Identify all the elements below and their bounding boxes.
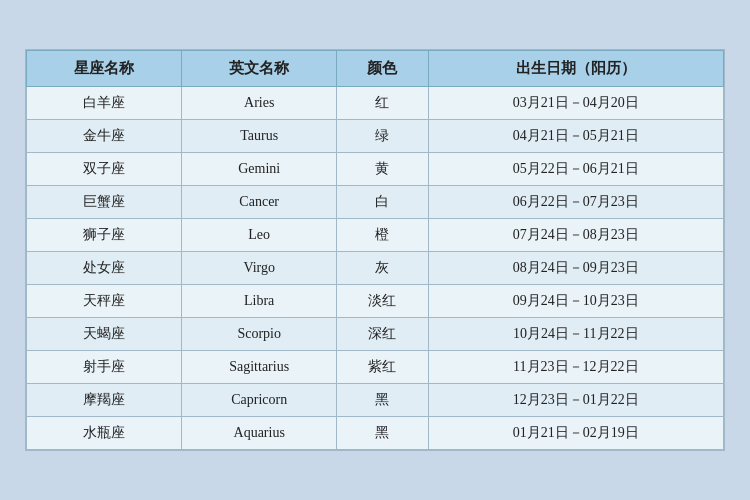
table-cell: 09月24日－10月23日 (428, 285, 723, 318)
table-cell: Taurus (182, 120, 337, 153)
table-row: 狮子座Leo橙07月24日－08月23日 (27, 219, 724, 252)
table-cell: 金牛座 (27, 120, 182, 153)
table-cell: 白羊座 (27, 87, 182, 120)
table-cell: 天秤座 (27, 285, 182, 318)
table-cell: 淡红 (337, 285, 428, 318)
table-header-cell: 出生日期（阳历） (428, 51, 723, 87)
table-cell: 03月21日－04月20日 (428, 87, 723, 120)
table-row: 巨蟹座Cancer白06月22日－07月23日 (27, 186, 724, 219)
table-cell: Gemini (182, 153, 337, 186)
table-cell: 04月21日－05月21日 (428, 120, 723, 153)
table-body: 白羊座Aries红03月21日－04月20日金牛座Taurus绿04月21日－0… (27, 87, 724, 450)
table-cell: Leo (182, 219, 337, 252)
table-cell: 水瓶座 (27, 417, 182, 450)
table-cell: 11月23日－12月22日 (428, 351, 723, 384)
table-cell: 黄 (337, 153, 428, 186)
table-cell: 射手座 (27, 351, 182, 384)
table-header-cell: 星座名称 (27, 51, 182, 87)
table-cell: Aquarius (182, 417, 337, 450)
table-row: 摩羯座Capricorn黑12月23日－01月22日 (27, 384, 724, 417)
table-cell: Virgo (182, 252, 337, 285)
table-cell: 05月22日－06月21日 (428, 153, 723, 186)
table-row: 白羊座Aries红03月21日－04月20日 (27, 87, 724, 120)
table-cell: 巨蟹座 (27, 186, 182, 219)
table-cell: Aries (182, 87, 337, 120)
table-cell: 绿 (337, 120, 428, 153)
table-cell: 06月22日－07月23日 (428, 186, 723, 219)
table-cell: 07月24日－08月23日 (428, 219, 723, 252)
table-cell: 天蝎座 (27, 318, 182, 351)
table-row: 天蝎座Scorpio深红10月24日－11月22日 (27, 318, 724, 351)
table-cell: 08月24日－09月23日 (428, 252, 723, 285)
table-header-cell: 英文名称 (182, 51, 337, 87)
table-row: 天秤座Libra淡红09月24日－10月23日 (27, 285, 724, 318)
table-row: 水瓶座Aquarius黑01月21日－02月19日 (27, 417, 724, 450)
table-cell: 紫红 (337, 351, 428, 384)
table-cell: Cancer (182, 186, 337, 219)
zodiac-table: 星座名称英文名称颜色出生日期（阳历） 白羊座Aries红03月21日－04月20… (26, 50, 724, 450)
table-cell: 橙 (337, 219, 428, 252)
table-row: 射手座Sagittarius紫红11月23日－12月22日 (27, 351, 724, 384)
table-cell: 双子座 (27, 153, 182, 186)
table-cell: 处女座 (27, 252, 182, 285)
table-cell: 白 (337, 186, 428, 219)
table-row: 金牛座Taurus绿04月21日－05月21日 (27, 120, 724, 153)
table-row: 处女座Virgo灰08月24日－09月23日 (27, 252, 724, 285)
table-cell: Capricorn (182, 384, 337, 417)
table-cell: Libra (182, 285, 337, 318)
table-cell: 12月23日－01月22日 (428, 384, 723, 417)
table-cell: 灰 (337, 252, 428, 285)
table-header-row: 星座名称英文名称颜色出生日期（阳历） (27, 51, 724, 87)
table-cell: 黑 (337, 417, 428, 450)
zodiac-table-container: 星座名称英文名称颜色出生日期（阳历） 白羊座Aries红03月21日－04月20… (25, 49, 725, 451)
table-row: 双子座Gemini黄05月22日－06月21日 (27, 153, 724, 186)
table-cell: 01月21日－02月19日 (428, 417, 723, 450)
table-cell: 狮子座 (27, 219, 182, 252)
table-cell: 10月24日－11月22日 (428, 318, 723, 351)
table-cell: 摩羯座 (27, 384, 182, 417)
table-cell: 红 (337, 87, 428, 120)
table-cell: Sagittarius (182, 351, 337, 384)
table-cell: 深红 (337, 318, 428, 351)
table-cell: 黑 (337, 384, 428, 417)
table-cell: Scorpio (182, 318, 337, 351)
table-header-cell: 颜色 (337, 51, 428, 87)
